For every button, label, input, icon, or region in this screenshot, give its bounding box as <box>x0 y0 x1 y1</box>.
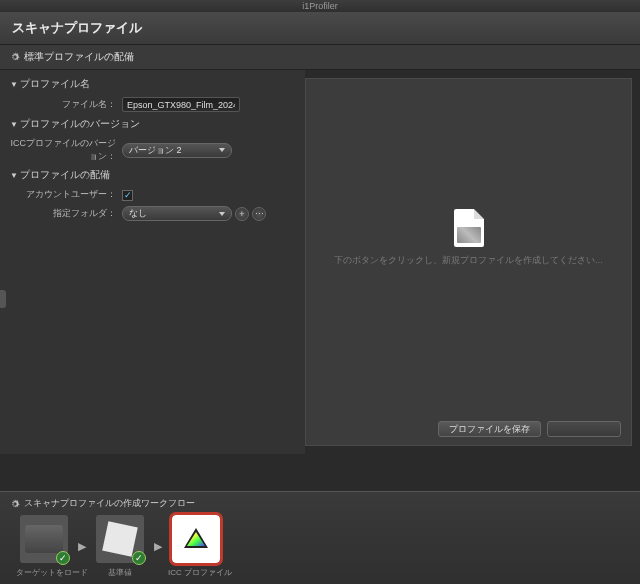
settings-panel: プロファイル名 ファイル名： プロファイルのバージョン ICCプロファイルのバー… <box>0 70 305 454</box>
account-user-label: アカウントユーザー： <box>10 188 122 201</box>
icc-version-select[interactable]: バージョン 2 <box>122 143 232 158</box>
folder-label: 指定フォルダ： <box>10 207 122 220</box>
preview-pane: 下のボタンをクリックし、新規プロファイルを作成してください… プロファイルを保存 <box>305 78 632 446</box>
workflow-step-reference[interactable]: ✓ 基準値 <box>92 515 148 578</box>
account-user-checkbox[interactable]: ✓ <box>122 190 133 201</box>
filename-label: ファイル名： <box>10 98 122 111</box>
profile-document-icon <box>454 209 484 247</box>
step-label: ターゲットをロード <box>16 567 72 578</box>
filename-input[interactable] <box>122 97 240 112</box>
icc-version-label: ICCプロファイルのバージョン： <box>10 137 122 163</box>
section-deployment[interactable]: プロファイルの配備 <box>10 169 295 182</box>
workflow-step-load-target[interactable]: ✓ ターゲットをロード <box>16 515 72 578</box>
workflow-title: スキャナプロファイルの作成ワークフロー <box>24 497 195 510</box>
secondary-button <box>547 421 621 437</box>
step-label: ICC プロファイル <box>168 567 224 578</box>
resize-handle[interactable] <box>0 290 6 308</box>
add-folder-button[interactable]: + <box>235 207 249 221</box>
subheader-label: 標準プロファイルの配備 <box>24 50 134 64</box>
page-title: スキャナプロファイル <box>0 12 640 45</box>
chevron-right-icon: ▶ <box>78 540 86 553</box>
gear-icon <box>10 52 20 62</box>
section-profile-version[interactable]: プロファイルのバージョン <box>10 118 295 131</box>
save-profile-button[interactable]: プロファイルを保存 <box>438 421 541 437</box>
window-titlebar: i1Profiler <box>0 0 640 12</box>
workflow-step-icc-profile[interactable]: ICC プロファイル <box>168 515 224 578</box>
step-label: 基準値 <box>92 567 148 578</box>
workflow-strip: スキャナプロファイルの作成ワークフロー ✓ ターゲットをロード ▶ ✓ 基準値 … <box>0 491 640 584</box>
browse-folder-button[interactable]: ⋯ <box>252 207 266 221</box>
folder-select[interactable]: なし <box>122 206 232 221</box>
preview-hint: 下のボタンをクリックし、新規プロファイルを作成してください… <box>306 255 631 267</box>
subheader: 標準プロファイルの配備 <box>0 45 640 70</box>
prism-icon <box>181 524 211 554</box>
check-icon: ✓ <box>132 551 146 565</box>
section-profile-name[interactable]: プロファイル名 <box>10 78 295 91</box>
gear-icon <box>10 499 20 509</box>
chevron-right-icon: ▶ <box>154 540 162 553</box>
check-icon: ✓ <box>56 551 70 565</box>
